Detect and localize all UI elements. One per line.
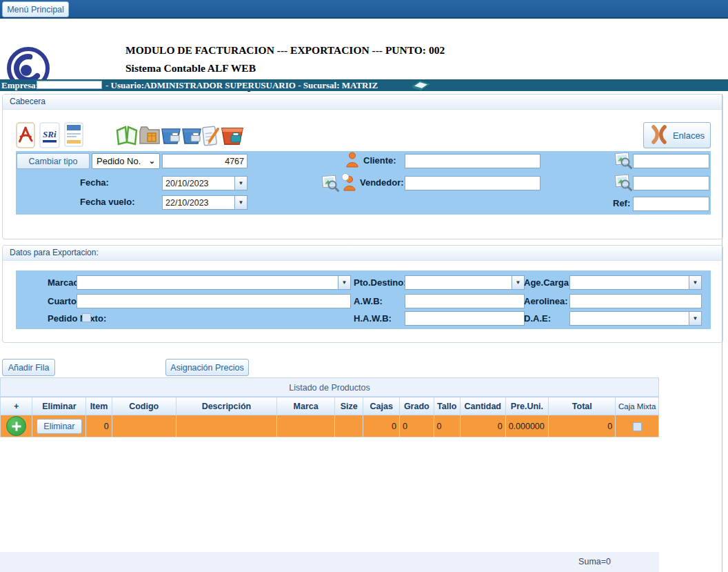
cabecera-panel: Cabecera SRi <box>2 94 723 239</box>
folder-print-blue-icon-2[interactable] <box>181 125 203 148</box>
suma-footer: Suma=0 <box>0 552 659 572</box>
sri-icon[interactable]: SRi <box>39 122 60 150</box>
cell-cantidad[interactable]: 0 <box>460 415 505 437</box>
fecha-combo: ▼ <box>162 176 247 190</box>
age-carga-dropdown-arrow-icon[interactable]: ▼ <box>689 275 702 290</box>
cell-grado[interactable]: 0 <box>400 415 434 437</box>
add-row-plus-button[interactable] <box>6 416 26 436</box>
vendedor-image-search-icon[interactable] <box>322 175 339 194</box>
exportacion-form-panel: Marcación: ▼ Pto.Destino: ▼ Age.Carga: ▼… <box>16 270 711 329</box>
empresa-field[interactable] <box>37 81 102 89</box>
cliente-code-input[interactable] <box>633 154 709 168</box>
cell-codigo[interactable] <box>112 415 176 437</box>
cabecera-title: Cabecera <box>3 95 722 110</box>
cell-tallo[interactable]: 0 <box>434 415 460 437</box>
cliente-person-icon <box>345 152 359 170</box>
hawb-label: H.A.W.B: <box>354 313 392 324</box>
page-header: MODULO DE FACTURACION --- EXPORTACION --… <box>0 19 728 79</box>
col-header-grado: Grado <box>400 397 434 415</box>
anadir-fila-button[interactable]: Añadir Fila <box>2 359 55 376</box>
pto-destino-input[interactable] <box>405 275 512 290</box>
cell-pre-uni[interactable]: 0.000000 <box>505 415 549 437</box>
cell-size[interactable] <box>335 415 363 437</box>
fecha-dropdown-arrow-icon[interactable]: ▼ <box>234 176 247 190</box>
export-folder-red-icon[interactable] <box>220 124 245 149</box>
cell-marca[interactable] <box>277 415 335 437</box>
cell-cajas[interactable]: 0 <box>363 415 400 437</box>
edit-document-icon[interactable] <box>201 125 221 149</box>
pedido-mixto-checkbox[interactable] <box>82 313 91 322</box>
empresa-label: Empresa: <box>1 80 39 91</box>
col-header-item: Item <box>86 397 112 415</box>
cabecera-form-panel: Cambiar tipo Pedido No. ⌄ Cliente: Fecha… <box>16 151 711 215</box>
asignacion-precios-button[interactable]: Asignación Precios <box>165 359 249 376</box>
fecha-vuelo-dropdown-arrow-icon[interactable]: ▼ <box>234 195 247 210</box>
productos-table-caption: Listado de Productos <box>0 377 659 397</box>
session-info-bar: Empresa: - Usuario:ADMINISTRADOR SUPERUS… <box>0 79 728 91</box>
eliminar-row-button[interactable]: Eliminar <box>37 419 82 434</box>
module-title: MODULO DE FACTURACION --- EXPORTACION --… <box>125 44 445 57</box>
ref-input[interactable] <box>633 197 709 211</box>
exportacion-panel: Datos para Exportacion: Marcación: ▼ Pto… <box>2 245 723 343</box>
vendedor-input[interactable] <box>405 176 540 190</box>
caja-mixta-checkbox[interactable] <box>633 422 642 431</box>
dae-input[interactable] <box>569 311 689 326</box>
col-header-size: Size <box>335 397 363 415</box>
enlaces-button-label: Enlaces <box>673 130 705 141</box>
pto-destino-dropdown-arrow-icon[interactable]: ▼ <box>512 275 525 290</box>
col-header-caja-mixta: Caja Mixta <box>616 397 659 415</box>
dae-dropdown-arrow-icon[interactable]: ▼ <box>689 311 702 326</box>
col-header-cajas: Cajas <box>363 397 400 415</box>
pedido-number-input[interactable] <box>162 154 247 168</box>
vendedor-label: Vendedor: <box>360 177 404 188</box>
col-header-codigo: Codigo <box>112 397 176 415</box>
tipo-documento-selected: Pedido No. <box>97 156 141 166</box>
cell-descripcion[interactable] <box>176 415 277 437</box>
productos-table: Listado de Productos + Eliminar Item Cod… <box>0 377 659 437</box>
tipo-documento-select[interactable]: Pedido No. ⌄ <box>92 153 160 169</box>
hawb-input[interactable] <box>405 311 525 326</box>
enlaces-button[interactable]: Enlaces <box>643 122 711 148</box>
cell-item: 0 <box>86 415 112 437</box>
marcacion-input[interactable] <box>77 275 338 290</box>
age-carga-input[interactable] <box>569 275 689 290</box>
lookup1-image-search-icon[interactable] <box>615 152 632 171</box>
fecha-vuelo-label: Fecha vuelo: <box>80 197 134 207</box>
col-header-total: Total <box>549 397 616 415</box>
col-header-marca: Marca <box>277 397 335 415</box>
col-header-eliminar: Eliminar <box>32 397 86 415</box>
col-header-cantidad: Cantidad <box>460 397 505 415</box>
cliente-input[interactable] <box>405 154 540 168</box>
col-header-tallo: Tallo <box>434 397 460 415</box>
invoice-icon[interactable] <box>64 122 83 149</box>
aerolinea-input[interactable] <box>569 294 702 308</box>
aerolinea-label: Aerolinea: <box>524 296 568 306</box>
exportacion-title: Datos para Exportacion: <box>3 246 722 261</box>
enlaces-x-icon <box>649 125 669 146</box>
table-header-row: + Eliminar Item Codigo Descripción Marca… <box>1 397 659 415</box>
cambiar-tipo-button[interactable]: Cambiar tipo <box>17 153 90 169</box>
fecha-vuelo-input[interactable] <box>162 195 234 210</box>
col-header-descripcion: Descripción <box>176 397 277 415</box>
usuario-sucursal-text: - Usuario:ADMINISTRADOR SUPERUSUARIO - S… <box>105 80 378 91</box>
dae-label: D.A.E: <box>524 313 551 324</box>
cuarto-frio-input[interactable] <box>77 294 351 308</box>
book-icon[interactable] <box>411 80 430 94</box>
pdf-icon[interactable] <box>16 122 35 150</box>
fecha-input[interactable] <box>162 176 234 190</box>
ref-label: Ref: <box>613 198 630 208</box>
lookup2-image-search-icon[interactable] <box>615 174 632 193</box>
marcacion-combo: ▼ <box>77 275 351 290</box>
awb-input[interactable] <box>405 294 525 308</box>
col-header-add: + <box>1 397 32 415</box>
vendedor-code-input[interactable] <box>633 176 709 190</box>
open-book-icon[interactable] <box>115 125 139 148</box>
marcacion-dropdown-arrow-icon[interactable]: ▼ <box>338 275 351 290</box>
vendedor-person-speech-icon <box>341 173 358 193</box>
folder-print-blue-icon-1[interactable] <box>160 125 182 148</box>
menu-principal-button[interactable]: Menú Principal <box>2 1 69 17</box>
system-subtitle: Sistema Contable ALF WEB <box>125 62 256 75</box>
pto-destino-label: Pto.Destino: <box>354 277 407 288</box>
package-folder-icon[interactable] <box>139 125 161 148</box>
pto-destino-combo: ▼ <box>405 275 525 290</box>
